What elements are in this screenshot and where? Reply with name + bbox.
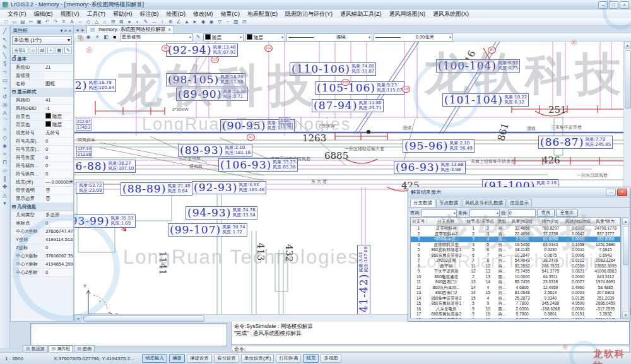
panel-close-icon[interactable]: × xyxy=(68,28,71,33)
toolbar-icon-14[interactable]: ⊞ xyxy=(109,19,117,25)
property-value[interactable]: 21 xyxy=(44,64,73,71)
tab-scroll-left-icon[interactable]: ◄ xyxy=(75,27,80,33)
draw-tool-icon-7[interactable]: ▭ xyxy=(2,77,8,83)
property-value[interactable]: 4194654.399... xyxy=(44,261,73,268)
command-history[interactable]: 命令:SysSimulate : 网络模拟解算 "完成" : 通风系统图模拟解算 xyxy=(231,321,630,345)
property-value[interactable]: 0 xyxy=(44,154,73,161)
branch-label-(98-105)[interactable]: (98-105)风量:18.20风压:11.58 xyxy=(166,73,245,86)
style-combo[interactable]: 图形修饰▾ xyxy=(120,33,193,42)
property-value[interactable]: 37606062.35... xyxy=(44,252,73,260)
tab-scroll-right-icon[interactable]: ► xyxy=(81,27,85,33)
draw-tool-icon-9[interactable]: ↺ xyxy=(3,93,8,100)
toolbar-icon-27[interactable]: ▽ xyxy=(216,19,223,25)
toolbar-icon-8[interactable]: ≡ xyxy=(60,19,68,25)
results-tab-节点数据[interactable]: 节点数据 xyxy=(436,199,461,207)
column-header-末节点[interactable]: 末节点 xyxy=(481,218,495,225)
branch-label-(87-94)[interactable]: (87-94)风量:11.80风压:23.71 xyxy=(312,99,384,112)
branch-label-(93-99)[interactable]: (93-99)风量:35.53风压:1.69 xyxy=(74,214,136,228)
toolbar-icon-21[interactable]: ⊕ xyxy=(167,19,174,25)
property-tool-3[interactable]: all xyxy=(38,47,46,54)
property-row[interactable]: 中心Z坐标0 xyxy=(11,269,73,277)
status-button-线宽[interactable]: 线宽 xyxy=(303,354,319,363)
property-value[interactable]: 41 xyxy=(44,97,73,104)
toolbar-icon-3[interactable]: ▤ xyxy=(19,19,27,25)
column-header-风阻(Ns2/m8)[interactable]: 风阻(Ns2/m8) xyxy=(565,218,591,225)
property-value[interactable]: 随层 xyxy=(44,113,73,120)
draw-tool-icon-21[interactable]: ◬ xyxy=(3,192,7,198)
property-row[interactable]: 坐标点0 xyxy=(11,220,73,228)
property-value[interactable]: — 0.00000米 xyxy=(44,179,73,186)
menu-视图(V)[interactable]: 视图(V) xyxy=(57,10,83,18)
toolbar-icon-17[interactable]: ◐ xyxy=(134,19,141,25)
branch-label-(92-94)[interactable]: (92-94)风量:13.46风压:67.92 xyxy=(166,44,238,57)
toolbar-icon-19[interactable]: ↔ xyxy=(150,19,158,25)
property-row[interactable]: 中心Y坐标4194654.399... xyxy=(11,261,73,269)
branch-label-values[interactable]: 风量:53.72风压:23.09 xyxy=(76,182,103,194)
property-row[interactable]: 风格ID41 xyxy=(11,97,73,105)
toolbar-icon-9[interactable]: A xyxy=(68,19,76,25)
branch-label-(41-42)[interactable]: (41-42)风量:3.43风压:147.08 xyxy=(357,245,370,319)
paste-style-icon[interactable]: ⊡ xyxy=(76,34,83,40)
toolbar-icon-4[interactable]: ✂ xyxy=(27,19,35,25)
property-tool-4[interactable]: + xyxy=(47,47,54,54)
property-value[interactable]: 图框 xyxy=(44,80,73,88)
draw-tool-icon-10[interactable]: ◎ xyxy=(3,102,8,108)
brush-icon[interactable]: ✎ xyxy=(194,34,202,40)
draw-tool-icon-1[interactable]: ╱ xyxy=(3,28,6,34)
toolbar-icon-11[interactable]: ◇ xyxy=(85,19,92,25)
branch-label-(105-106)[interactable]: (105-106)风量:9.23风压:115.07 xyxy=(315,81,404,95)
property-group-几何信息[interactable]: ⊟ 几何信息 xyxy=(11,203,73,211)
results-dialog[interactable]: 解算结果显示 — × 分支数据节点数据风机及等积孔数据信息提示 查询: ▾ 条件… xyxy=(408,187,630,322)
property-group-显示样式[interactable]: ⊟ 显示样式 xyxy=(11,88,73,97)
status-button-打印距离[interactable]: 打印距离 xyxy=(276,354,301,363)
column-header-始节点[interactable]: 始节点 xyxy=(466,218,480,225)
property-row[interactable]: 背景透明否 xyxy=(11,187,73,195)
toolbar-icon-26[interactable]: ◉ xyxy=(208,19,215,25)
property-row[interactable]: 名称图框 xyxy=(11,80,73,88)
toolbar-icon-6[interactable]: ↶ xyxy=(44,19,51,25)
toolbar-icon-30[interactable]: ⊡ xyxy=(240,19,248,25)
draw-tool-icon-11[interactable]: A xyxy=(3,110,6,116)
dialog-close-icon[interactable]: × xyxy=(617,189,627,196)
condition-combo[interactable]: ▾ xyxy=(469,209,500,217)
property-row[interactable]: 中心X坐标37606062.35... xyxy=(11,252,73,261)
property-row[interactable]: 符号横向...0 xyxy=(11,162,73,170)
menu-通风网络图(N)[interactable]: 通风网络图(N) xyxy=(386,10,430,18)
property-row[interactable]: 符号宽度(..0 xyxy=(11,146,73,154)
close-icon[interactable]: × xyxy=(620,1,629,9)
scroll-left-icon[interactable]: ◄ xyxy=(74,315,81,322)
toolbar-icon-16[interactable]: ● xyxy=(126,19,133,25)
query-field-combo[interactable]: ▾ xyxy=(422,209,457,217)
column-header-阻力(Pa)[interactable]: 阻力(Pa) xyxy=(536,218,565,225)
menu-标注(B)[interactable]: 标注(B) xyxy=(136,10,163,18)
property-value[interactable]: 多边形 xyxy=(44,211,73,219)
draw-tool-icon-17[interactable]: ⊓ xyxy=(3,159,7,165)
status-button-单位设置(米)[interactable]: 单位设置(米) xyxy=(241,354,274,363)
branch-label-(101-104)[interactable]: (101-104)风量:10.22风压:6.12 xyxy=(442,93,529,107)
branch-label-(92-93)[interactable]: (92-93)风量:3.33风压:181.46 xyxy=(192,181,266,194)
property-value[interactable] xyxy=(44,72,73,79)
draw-tool-icon-8[interactable]: ~ xyxy=(3,85,6,91)
toolbar-icon-7[interactable]: ↷ xyxy=(52,19,59,25)
draw-tool-icon-19[interactable]: ∥ xyxy=(3,175,6,182)
column-header-分支名称[interactable]: 分支名称 xyxy=(427,218,466,225)
branch-label-(95-96)[interactable]: (95-96)风量:2.10风压:56.49 xyxy=(403,139,475,153)
table-row-9[interactable]: 9下水平进风巷1213自...75.7455541.37750.08214100… xyxy=(411,269,620,274)
results-tab-信息提示[interactable]: 信息提示 xyxy=(507,199,532,207)
table-row-8[interactable]: 8西平硐1112自...83.2852286.75330.035923882.3… xyxy=(411,264,620,269)
toolbar-icon-22[interactable]: ∠ xyxy=(175,19,182,25)
toolbar-icon-23[interactable]: ▲ xyxy=(183,19,191,25)
menu-隐患防治与评价(Y)[interactable]: 隐患防治与评价(Y) xyxy=(281,10,336,18)
draw-tool-icon-12[interactable]: ⌒ xyxy=(2,118,8,124)
property-value[interactable]: 否 xyxy=(44,195,73,203)
property-value[interactable]: 0 xyxy=(44,269,73,276)
draw-tool-icon-22[interactable]: ▾ xyxy=(3,200,6,206)
node-marker-87[interactable]: 87 xyxy=(488,47,496,54)
draw-tool-icon-6[interactable]: ¬ xyxy=(3,69,6,75)
table-row-5[interactable]: 5860皮轨联络巷156自...18.11350.42300.00117.661… xyxy=(411,247,620,253)
dialog-minimize-icon[interactable]: — xyxy=(606,189,616,196)
table-row-3[interactable]: 3+860集中皮...34圆...2.920062.60500.0000182.… xyxy=(411,237,620,242)
table-row-1[interactable]: 1皮带明斜井12自...32.4656763.82970.630224798.1… xyxy=(411,226,620,232)
minimize-icon[interactable]: – xyxy=(598,1,608,9)
property-tool-1[interactable]: 当前1 ▾ xyxy=(12,47,28,54)
